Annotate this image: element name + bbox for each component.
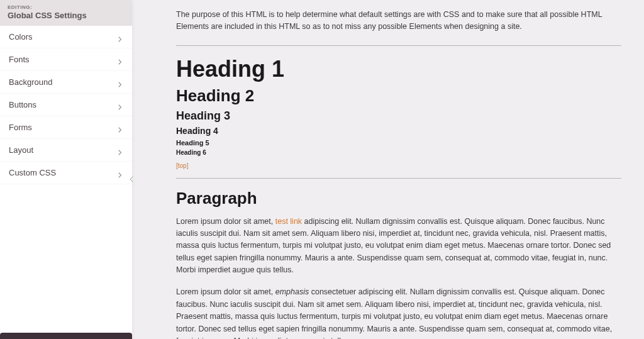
paragraph-heading: Paragraph	[176, 189, 621, 208]
sidebar-item-label: Forms	[9, 123, 32, 132]
divider	[176, 45, 621, 46]
sidebar-item-buttons[interactable]: Buttons	[0, 94, 132, 116]
sidebar-item-label: Custom CSS	[9, 168, 56, 177]
sidebar-item-fonts[interactable]: Fonts	[0, 48, 132, 71]
top-link[interactable]: [top]	[176, 162, 188, 169]
heading-5: Heading 5	[176, 139, 621, 147]
paragraph-2: Lorem ipsum dolor sit amet, emphasis con…	[176, 286, 621, 339]
collapse-sidebar-icon[interactable]	[130, 176, 136, 185]
heading-1: Heading 1	[176, 56, 621, 82]
sidebar-item-layout[interactable]: Layout	[0, 139, 132, 162]
chevron-right-icon	[118, 35, 123, 40]
sidebar-title: Global CSS Settings	[8, 11, 125, 20]
divider	[176, 178, 621, 179]
sidebar-item-label: Buttons	[9, 100, 36, 109]
sidebar-item-label: Colors	[9, 32, 33, 42]
chevron-right-icon	[118, 125, 123, 130]
sidebar-item-background[interactable]: Background	[0, 71, 132, 94]
chevron-right-icon	[118, 170, 123, 175]
sidebar-item-custom-css[interactable]: Custom CSS	[0, 162, 132, 184]
sidebar-items: Colors Fonts Background Buttons Forms La…	[0, 26, 132, 184]
chevron-right-icon	[118, 80, 123, 85]
heading-2: Heading 2	[176, 86, 621, 106]
heading-4: Heading 4	[176, 126, 621, 136]
content-area: The purpose of this HTML is to help dete…	[132, 0, 644, 339]
sidebar-item-label: Background	[9, 77, 52, 87]
paragraph-1: Lorem ipsum dolor sit amet, test link ad…	[176, 216, 621, 277]
heading-3: Heading 3	[176, 109, 621, 123]
sidebar-item-forms[interactable]: Forms	[0, 116, 132, 139]
test-link[interactable]: test link	[275, 217, 302, 226]
sidebar-item-colors[interactable]: Colors	[0, 26, 132, 48]
intro-text: The purpose of this HTML is to help dete…	[176, 9, 621, 33]
editing-label: EDITING:	[8, 4, 125, 10]
sidebar-item-label: Fonts	[9, 55, 30, 64]
heading-6: Heading 6	[176, 149, 621, 156]
sidebar: EDITING: Global CSS Settings Colors Font…	[0, 0, 132, 339]
chevron-right-icon	[118, 148, 123, 153]
sidebar-item-label: Layout	[9, 145, 33, 155]
sidebar-header: EDITING: Global CSS Settings	[0, 0, 132, 26]
chevron-right-icon	[118, 57, 123, 62]
bottom-bar	[0, 333, 132, 339]
chevron-right-icon	[118, 103, 123, 108]
emphasis-text: emphasis	[275, 287, 309, 296]
